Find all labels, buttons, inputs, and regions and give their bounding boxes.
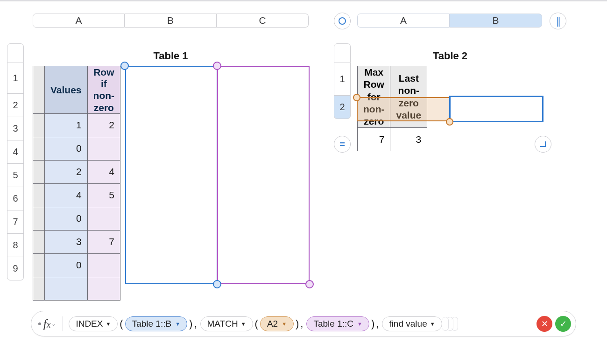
function-token-index[interactable]: INDEX ▼: [69, 316, 118, 331]
cell-A2[interactable]: 7: [358, 128, 390, 151]
col-tab-B[interactable]: B: [125, 14, 217, 28]
cell-B8[interactable]: 0: [45, 253, 88, 277]
check-icon: ✓: [560, 319, 567, 329]
cell-A5[interactable]: [33, 183, 45, 207]
selection-handle-icon[interactable]: [353, 94, 360, 101]
cell-B6[interactable]: 0: [45, 207, 88, 230]
resize-table-button[interactable]: [535, 136, 551, 153]
cell-C1[interactable]: Row if non-zero: [87, 66, 120, 114]
row-tab-6[interactable]: 6: [7, 187, 24, 210]
col-tab-B[interactable]: B: [450, 14, 542, 28]
selection-handle-icon[interactable]: [120, 62, 129, 70]
cell-C5[interactable]: 5: [87, 183, 120, 207]
cell-A3[interactable]: [33, 137, 45, 160]
cell-B2[interactable]: 1: [45, 113, 88, 137]
window-divider: [0, 0, 607, 1]
table-row: Max Row for non-zero Last non-zero value: [358, 66, 427, 128]
selection-handle-icon[interactable]: [213, 62, 221, 70]
cell-B1[interactable]: Values: [45, 66, 88, 114]
row-tab-1[interactable]: 1: [7, 63, 24, 94]
reference-token-table1-b[interactable]: Table 1::B ▼: [125, 316, 187, 331]
col-tab-C[interactable]: C: [217, 14, 309, 28]
table-row: 0: [33, 207, 120, 230]
add-column-button[interactable]: ‖: [550, 13, 566, 29]
chevron-down-icon: ▼: [241, 321, 246, 327]
table2-row-tabs: 1 2: [334, 43, 351, 119]
cell-C6[interactable]: [87, 207, 120, 230]
cell-A1[interactable]: Max Row for non-zero: [358, 66, 390, 128]
function-token-match[interactable]: MATCH ▼: [200, 316, 253, 331]
row-tab-4[interactable]: 4: [7, 140, 24, 164]
table1-corner[interactable]: [7, 43, 24, 63]
cell-A8[interactable]: [33, 253, 45, 277]
row-tab-9[interactable]: 9: [7, 257, 24, 280]
accept-formula-button[interactable]: ✓: [555, 316, 571, 332]
cell-A9[interactable]: [33, 277, 45, 300]
row-tab-1[interactable]: 1: [334, 63, 351, 96]
cell-B4[interactable]: 2: [45, 160, 88, 183]
close-icon: ✕: [541, 319, 548, 329]
selection-handle-icon[interactable]: [305, 280, 314, 288]
reference-token-table1-c[interactable]: Table 1::C ▼: [306, 316, 369, 331]
table-row: 2 4: [33, 160, 120, 183]
row-tab-2[interactable]: 2: [7, 94, 24, 117]
cell-C4[interactable]: 4: [87, 160, 120, 183]
table-row: Values Row if non-zero: [33, 66, 120, 114]
cell-B2[interactable]: 3: [390, 128, 427, 151]
cell-C9[interactable]: [87, 277, 120, 300]
reference-token-a2[interactable]: A2 ▼: [260, 316, 294, 331]
token-label: MATCH: [207, 319, 238, 329]
cancel-formula-button[interactable]: ✕: [536, 316, 552, 332]
cell-A4[interactable]: [33, 160, 45, 183]
cell-A2[interactable]: [33, 113, 45, 137]
row-tab-2[interactable]: 2: [334, 96, 351, 119]
col-tab-A[interactable]: A: [33, 14, 125, 28]
chevron-down-icon: ▼: [357, 321, 362, 327]
token-label: Table 1::C: [313, 319, 353, 329]
column-C-selection: [217, 66, 310, 284]
row-tab-8[interactable]: 8: [7, 234, 24, 257]
selection-handle-icon[interactable]: [213, 280, 221, 288]
table2-column-tabs: A B: [357, 14, 542, 28]
close-paren-light: ): [296, 318, 299, 330]
add-row-button[interactable]: =: [334, 136, 351, 153]
table2-grid: Max Row for non-zero Last non-zero value…: [357, 66, 427, 151]
selection-handle-icon[interactable]: [446, 118, 453, 126]
cell-B5[interactable]: 4: [45, 183, 88, 207]
row-tab-7[interactable]: 7: [7, 210, 24, 234]
row-tab-5[interactable]: 5: [7, 164, 24, 187]
col-tab-A[interactable]: A: [357, 14, 450, 28]
cell-B3[interactable]: 0: [45, 137, 88, 160]
circle-icon: [339, 17, 346, 25]
cell-C2[interactable]: 2: [87, 113, 120, 137]
table-row: 1 2: [33, 113, 120, 137]
rows-icon: =: [339, 139, 345, 150]
cell-B7[interactable]: 3: [45, 230, 88, 253]
cell-C8[interactable]: [87, 253, 120, 277]
comma-sep: ,: [376, 318, 379, 330]
cell-B1[interactable]: Last non-zero value: [390, 66, 427, 128]
table-row: 4 5: [33, 183, 120, 207]
cell-A6[interactable]: [33, 207, 45, 230]
fx-menu-button[interactable]: ⌄: [51, 321, 56, 327]
table-origin-button[interactable]: [334, 13, 351, 29]
table1-column-tabs: A B C: [33, 14, 309, 28]
table2-corner[interactable]: [334, 43, 351, 63]
table-row: 3 7: [33, 230, 120, 253]
cell-C7[interactable]: 7: [87, 230, 120, 253]
chevron-down-icon: ▼: [430, 321, 435, 327]
close-paren-light: ): [371, 318, 374, 330]
formula-bar[interactable]: • fx ⌄ INDEX ▼ ( Table 1::B ▼ ) , MATCH …: [31, 311, 576, 336]
table-row: 7 3: [358, 128, 427, 151]
column-B-selection: [125, 66, 218, 284]
argument-token-find-value[interactable]: find value ▼: [382, 316, 442, 331]
cell-A7[interactable]: [33, 230, 45, 253]
cell-B9[interactable]: [45, 277, 88, 300]
table1-title[interactable]: Table 1: [33, 50, 309, 62]
table1-grid: Values Row if non-zero 1 2 0 2 4 4 5 0: [33, 66, 120, 301]
token-label: find value: [389, 319, 427, 329]
cell-C3[interactable]: [87, 137, 120, 160]
cell-A1[interactable]: [33, 66, 45, 114]
table2-title[interactable]: Table 2: [357, 50, 543, 62]
row-tab-3[interactable]: 3: [7, 117, 24, 140]
